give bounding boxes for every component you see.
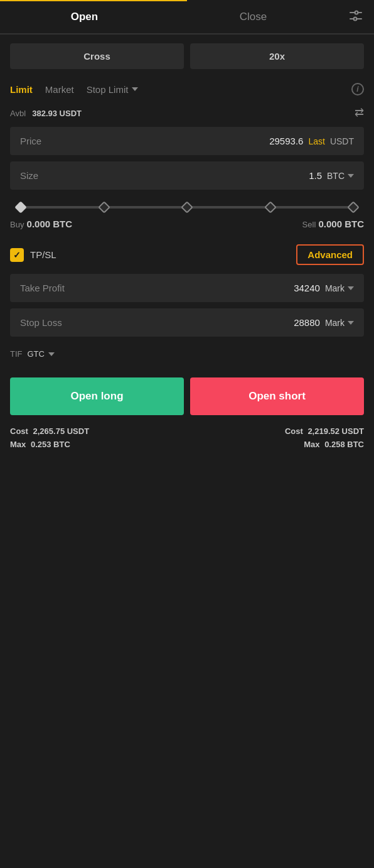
balance-info: Avbl 382.93 USDT (10, 107, 82, 118)
sell-info: Sell 0.000 BTC (302, 219, 364, 229)
settings-button[interactable] (338, 0, 374, 33)
size-value-group: 1.5 BTC (309, 170, 354, 181)
tif-value-dropdown[interactable]: GTC (28, 349, 55, 359)
tif-row: TIF GTC (0, 343, 374, 371)
order-type-limit[interactable]: Limit (10, 84, 33, 95)
slider-knob-75[interactable] (264, 201, 277, 214)
take-profit-trigger-dropdown[interactable]: Mark (325, 283, 354, 293)
size-value: 1.5 (309, 170, 322, 181)
tab-open[interactable]: Open (0, 1, 169, 33)
short-cost-info: Cost 2,219.52 USDT Max 0.258 BTC (285, 426, 364, 449)
slider-knob-25[interactable] (98, 201, 110, 214)
price-field[interactable]: Price 29593.6 Last USDT (10, 127, 364, 155)
price-value: 29593.6 (269, 136, 303, 146)
buy-info: Buy 0.000 BTC (10, 219, 72, 229)
slider-knob-0[interactable] (14, 201, 27, 214)
buy-sell-row: Buy 0.000 BTC Sell 0.000 BTC (0, 214, 374, 239)
stop-limit-chevron-icon (132, 87, 138, 91)
order-type-stop-limit[interactable]: Stop Limit (87, 84, 139, 95)
leverage-row: Cross 20x (0, 35, 374, 78)
tif-chevron-icon (48, 352, 55, 356)
take-profit-label: Take Profit (20, 283, 65, 293)
order-type-row: Limit Market Stop Limit i (0, 78, 374, 103)
order-type-market[interactable]: Market (45, 84, 74, 95)
svg-point-5 (354, 18, 357, 21)
svg-point-2 (355, 11, 358, 14)
tab-bar: Open Close (0, 0, 374, 35)
take-profit-field[interactable]: Take Profit 34240 Mark (10, 274, 364, 302)
position-slider[interactable] (0, 196, 374, 214)
stop-loss-field[interactable]: Stop Loss 28880 Mark (10, 308, 364, 337)
tpsl-label: TP/SL (30, 249, 56, 260)
leverage-value-button[interactable]: 20x (190, 43, 364, 69)
take-profit-chevron-icon (348, 286, 354, 290)
tpsl-checkbox[interactable]: ✓ (10, 248, 24, 262)
long-cost-info: Cost 2,265.75 USDT Max 0.253 BTC (10, 426, 89, 449)
price-tag: Last (308, 136, 324, 146)
size-label: Size (20, 170, 38, 181)
size-currency-dropdown[interactable]: BTC (327, 171, 354, 181)
slider-knob-50[interactable] (181, 201, 193, 214)
stop-loss-trigger-dropdown[interactable]: Mark (325, 318, 354, 328)
trading-panel: Open Close Cross 20x Limit Market Stop L… (0, 0, 374, 868)
advanced-button[interactable]: Advanced (296, 244, 364, 265)
stop-loss-value: 28880 (294, 317, 320, 328)
price-currency: USDT (330, 136, 354, 146)
short-max-item: Max 0.258 BTC (285, 440, 364, 449)
size-currency-chevron-icon (348, 174, 354, 178)
stop-loss-label: Stop Loss (20, 317, 62, 328)
checkmark-icon: ✓ (13, 250, 21, 260)
take-profit-value: 34240 (294, 283, 320, 293)
slider-knobs (16, 203, 358, 212)
price-value-group: 29593.6 Last USDT (269, 136, 354, 146)
stop-loss-chevron-icon (348, 321, 354, 325)
slider-knob-100[interactable] (347, 201, 360, 214)
take-profit-value-group: 34240 Mark (294, 283, 354, 293)
tif-label: TIF (10, 349, 23, 359)
size-field[interactable]: Size 1.5 BTC (10, 161, 364, 190)
cross-button[interactable]: Cross (10, 43, 184, 69)
transfer-icon[interactable]: ⇄ (355, 106, 364, 119)
long-max-item: Max 0.253 BTC (10, 440, 89, 449)
open-long-button[interactable]: Open long (10, 377, 184, 415)
short-cost-item: Cost 2,219.52 USDT (285, 426, 364, 436)
open-short-button[interactable]: Open short (190, 377, 364, 415)
tab-close[interactable]: Close (169, 1, 338, 33)
price-label: Price (20, 136, 41, 146)
slider-track (16, 206, 358, 209)
tpsl-left: ✓ TP/SL (10, 248, 56, 262)
info-icon[interactable]: i (351, 83, 364, 95)
long-cost-item: Cost 2,265.75 USDT (10, 426, 89, 436)
tpsl-row: ✓ TP/SL Advanced (0, 239, 374, 274)
balance-row: Avbl 382.93 USDT ⇄ (0, 103, 374, 127)
cost-row: Cost 2,265.75 USDT Max 0.253 BTC Cost 2,… (0, 424, 374, 452)
stop-loss-value-group: 28880 Mark (294, 317, 354, 328)
action-buttons-row: Open long Open short (0, 371, 374, 424)
